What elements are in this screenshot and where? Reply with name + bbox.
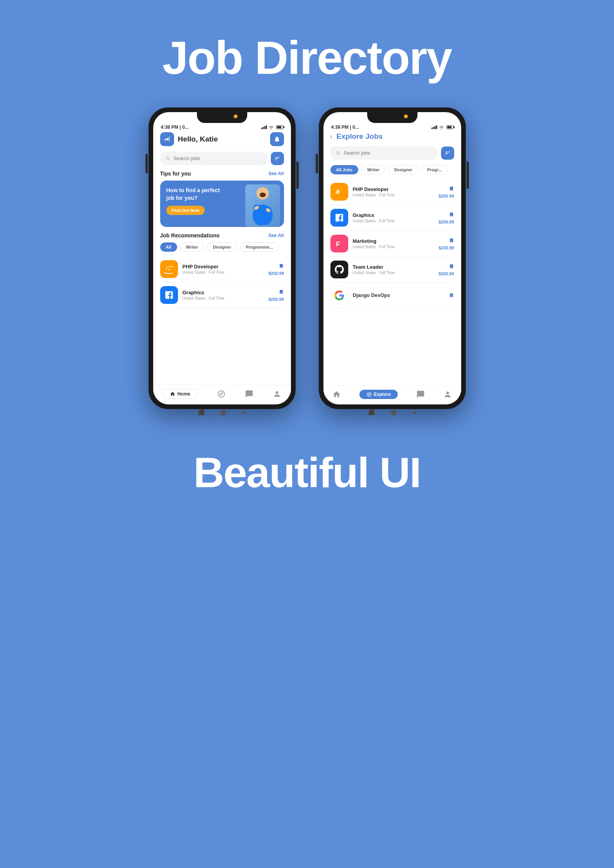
job-card-google[interactable]: Django DevOps <box>330 283 454 309</box>
pill-all-jobs[interactable]: All Jobs <box>330 165 359 174</box>
job-info-facebook-1: Graphics United StatesFull Time <box>183 290 264 300</box>
back-button[interactable]: ‹ <box>330 133 333 141</box>
bookmark-icon-2[interactable] <box>279 288 284 295</box>
phone-1-screen: 4:38 PM | 0... <box>153 112 291 404</box>
job-title-amazon-2: PHP Developer <box>353 186 434 192</box>
tips-section-header: Tips for you See All <box>160 171 284 177</box>
filter-button-2[interactable] <box>441 147 454 160</box>
screen-content-2: ‹ Explore Jobs <box>323 132 461 309</box>
nav-chat-1[interactable] <box>245 390 253 398</box>
pill-writer-1[interactable]: Writer <box>180 242 204 252</box>
nav-chat-2[interactable] <box>416 390 425 399</box>
bottom-nav-2: Explore <box>323 385 461 404</box>
job-info-facebook-2: Graphics United StatesFull Time <box>353 212 434 223</box>
job-title-amazon-1: PHP Developer <box>183 264 264 269</box>
jobs-see-all[interactable]: See All <box>269 233 284 238</box>
svg-point-6 <box>260 193 266 197</box>
phone-2: 4:39 PM | 0... <box>319 107 466 409</box>
home-pill[interactable]: Home <box>162 389 197 399</box>
search-bar-2[interactable] <box>330 146 437 160</box>
pill-programmer-2[interactable]: Progr... <box>421 165 448 174</box>
job-right-google <box>449 292 454 299</box>
nav-compass-1[interactable] <box>217 390 226 398</box>
search-icon-1 <box>166 156 171 161</box>
bookmark-icon-1[interactable] <box>279 263 284 269</box>
job-card-facebook-1[interactable]: Graphics United StatesFull Time $250.99 <box>160 282 284 308</box>
job-info-google: Django DevOps <box>353 292 444 299</box>
explore-header: ‹ Explore Jobs <box>330 132 454 141</box>
home-header: Hello, Katie <box>160 132 284 146</box>
job-right-facebook-2: $250.99 <box>439 211 454 224</box>
job-meta-facebook-1: United StatesFull Time <box>183 296 264 300</box>
job-right-facebook-1: $250.99 <box>269 288 284 302</box>
android-square-2: ⬛ <box>368 409 375 415</box>
job-info-foursquare: Marketing United StatesFull Time <box>353 238 434 249</box>
phone-2-notch <box>367 112 417 123</box>
phone-1-notch <box>197 112 247 123</box>
job-right-amazon-1: $250.99 <box>269 263 284 276</box>
google-logo <box>330 286 348 304</box>
facebook-logo-1 <box>160 286 178 304</box>
bottom-nav-1: Home <box>153 385 291 404</box>
nav-home-2[interactable] <box>332 390 341 399</box>
job-card-amazon-1[interactable]: PHP Developer United StatesFull Time $25… <box>160 256 284 282</box>
job-meta-facebook-2: United StatesFull Time <box>353 219 434 223</box>
search-input-2[interactable] <box>344 150 431 156</box>
job-card-facebook-2[interactable]: Graphics United StatesFull Time $250.99 <box>330 205 454 231</box>
bookmark-amazon-2[interactable] <box>449 185 454 192</box>
job-right-amazon-2: $250.99 <box>439 185 454 198</box>
phones-container: 4:38 PM | 0... <box>149 107 466 409</box>
bell-button[interactable] <box>270 132 284 146</box>
bookmark-django[interactable] <box>449 292 454 299</box>
android-circle: ⬤ <box>220 409 226 415</box>
filter-button-1[interactable] <box>271 152 284 165</box>
tips-title: Tips for you <box>160 171 191 177</box>
battery-icon-2 <box>446 125 453 129</box>
signal-icon-2 <box>431 125 437 129</box>
pill-writer-2[interactable]: Writer <box>361 165 385 174</box>
job-title-facebook-1: Graphics <box>183 290 264 295</box>
job-price-amazon-1: $250.99 <box>269 271 284 276</box>
battery-icon <box>276 125 283 129</box>
android-circle-2: ⬤ <box>390 409 397 415</box>
header-left: Hello, Katie <box>160 132 218 146</box>
job-meta-marketing: United StatesFull Time <box>353 245 434 249</box>
amazon-logo-2: a <box>330 183 348 201</box>
foursquare-logo: F <box>330 235 348 252</box>
tips-banner-text: How to find a perfect job for you? <box>166 187 228 202</box>
status-icons-1 <box>261 125 283 130</box>
find-out-button[interactable]: Find Out Now <box>166 206 205 215</box>
job-price-amazon-2: $250.99 <box>439 194 454 198</box>
bookmark-marketing[interactable] <box>449 237 454 244</box>
job-meta-team-leader: United StatesFull Time <box>353 271 434 275</box>
search-wrapper <box>160 152 284 165</box>
job-right-github: $250.99 <box>439 263 454 276</box>
pill-programmer-1[interactable]: Programme... <box>240 242 279 252</box>
explore-pill[interactable]: Explore <box>359 390 398 399</box>
android-nav-1: ⬛ ⬤ ◀ <box>153 406 291 418</box>
job-card-github[interactable]: Team Leader United StatesFull Time $250.… <box>330 257 454 283</box>
pill-all-1[interactable]: All <box>160 242 177 252</box>
search-input-1[interactable] <box>173 155 261 161</box>
search-icon-2 <box>336 150 341 156</box>
explore-title: Explore Jobs <box>337 132 383 141</box>
bookmark-team-leader[interactable] <box>449 263 454 270</box>
greeting-text: Hello, Katie <box>178 135 218 143</box>
job-price-facebook-2: $250.99 <box>439 220 454 224</box>
phone-1: 4:38 PM | 0... <box>149 107 296 409</box>
job-card-amazon-2[interactable]: a PHP Developer United StatesFull Time <box>330 179 454 205</box>
bookmark-facebook-2[interactable] <box>449 211 454 218</box>
pill-designer-1[interactable]: Designer <box>207 242 237 252</box>
nav-explore-2[interactable]: Explore <box>359 390 398 399</box>
pill-designer-2[interactable]: Designer <box>388 165 418 174</box>
notch-dot <box>234 114 238 118</box>
nav-profile-2[interactable] <box>443 390 452 399</box>
nav-profile-1[interactable] <box>273 390 281 398</box>
android-nav-2: ⬛ ⬤ ◀ <box>323 406 461 418</box>
job-card-foursquare[interactable]: F Marketing United StatesFull Time $25 <box>330 231 454 257</box>
tips-see-all[interactable]: See All <box>269 171 284 176</box>
nav-home[interactable]: Home <box>162 389 197 399</box>
bottom-title: Beautiful UI <box>193 448 421 497</box>
job-price-team-leader: $250.99 <box>439 271 454 276</box>
search-bar-1[interactable] <box>160 152 267 165</box>
